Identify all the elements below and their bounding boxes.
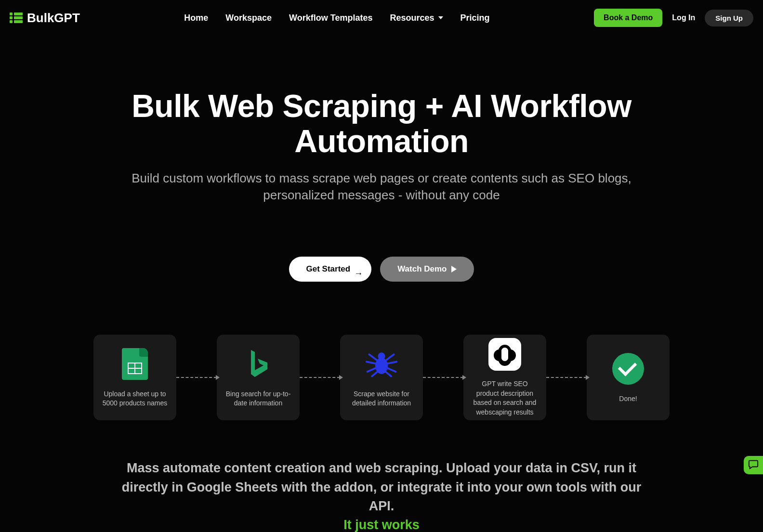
step-bing-label: Bing search for up-to-date information xyxy=(224,389,293,408)
brand-logo[interactable]: BulkGPT xyxy=(10,11,80,26)
watch-demo-button[interactable]: Watch Demo xyxy=(380,257,474,282)
svg-point-7 xyxy=(378,352,385,360)
logo-icon xyxy=(10,11,23,25)
get-started-label: Get Started xyxy=(306,264,351,274)
bing-icon xyxy=(241,347,275,381)
step-gpt: GPT write SEO product description based … xyxy=(463,335,546,420)
hero-section: Bulk Web Scraping + AI Workflow Automati… xyxy=(64,36,699,301)
nav-right: Book a Demo Log In Sign Up xyxy=(594,9,753,27)
svg-rect-5 xyxy=(14,20,23,23)
get-started-button[interactable]: Get Started xyxy=(289,257,372,282)
sheets-icon xyxy=(118,347,152,381)
watch-demo-label: Watch Demo xyxy=(397,264,447,274)
nav-templates[interactable]: Workflow Templates xyxy=(289,13,372,23)
connector-arrow-icon xyxy=(423,377,463,378)
connector-arrow-icon xyxy=(300,377,340,378)
chevron-down-icon xyxy=(438,16,443,19)
connector-arrow-icon xyxy=(546,377,587,378)
book-demo-button[interactable]: Book a Demo xyxy=(594,9,662,27)
description-text: Mass automate content creation and web s… xyxy=(112,459,651,515)
hero-subtitle: Build custom workflows to mass scrape we… xyxy=(117,170,646,204)
chat-button[interactable] xyxy=(744,456,763,474)
nav-center: Home Workspace Workflow Templates Resour… xyxy=(184,13,489,23)
play-icon xyxy=(451,266,457,272)
step-upload: Upload a sheet up to 5000 products names xyxy=(93,335,176,420)
chat-icon xyxy=(748,459,759,471)
step-scrape-label: Scrape website for detailed information xyxy=(347,389,416,408)
svg-rect-2 xyxy=(10,16,13,19)
nav-home[interactable]: Home xyxy=(184,13,208,23)
step-done-label: Done! xyxy=(619,394,637,404)
nav-resources-label: Resources xyxy=(390,13,434,23)
svg-rect-0 xyxy=(10,13,13,15)
check-icon xyxy=(611,352,645,386)
nav-resources[interactable]: Resources xyxy=(390,13,443,23)
gpt-icon xyxy=(488,338,522,371)
step-bing: Bing search for up-to-date information xyxy=(217,335,300,420)
hero-ctas: Get Started Watch Demo xyxy=(92,257,671,282)
workflow-section: Upload a sheet up to 5000 products names… xyxy=(0,335,763,420)
step-scrape: Scrape website for detailed information xyxy=(340,335,423,420)
svg-rect-1 xyxy=(14,13,23,15)
spider-icon xyxy=(365,347,398,381)
login-button[interactable]: Log In xyxy=(672,13,695,22)
svg-rect-4 xyxy=(10,20,13,23)
signup-button[interactable]: Sign Up xyxy=(705,10,753,26)
nav-pricing[interactable]: Pricing xyxy=(460,13,490,23)
brand-name: BulkGPT xyxy=(27,11,80,26)
hero-title: Bulk Web Scraping + AI Workflow Automati… xyxy=(92,89,671,158)
step-gpt-label: GPT write SEO product description based … xyxy=(470,379,539,417)
step-done: Done! xyxy=(587,335,670,420)
connector-arrow-icon xyxy=(176,377,217,378)
description-section: Mass automate content creation and web s… xyxy=(92,459,671,532)
svg-rect-3 xyxy=(14,16,23,19)
tagline: It just works xyxy=(112,518,651,532)
nav-workspace[interactable]: Workspace xyxy=(225,13,272,23)
step-upload-label: Upload a sheet up to 5000 products names xyxy=(100,389,170,408)
main-header: BulkGPT Home Workspace Workflow Template… xyxy=(0,0,763,36)
